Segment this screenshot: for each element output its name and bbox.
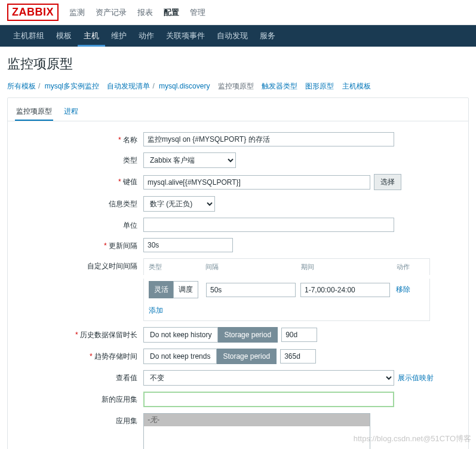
label-update-interval: 更新间隔 — [109, 242, 137, 250]
subnav-services[interactable]: 服务 — [254, 25, 281, 47]
interval-add-link[interactable]: 添加 — [149, 306, 163, 314]
applications-none-option[interactable]: -无- — [144, 414, 370, 426]
bc-graph-prototypes[interactable]: 图形原型 — [305, 82, 334, 90]
label-trends: 趋势存储时间 — [94, 352, 137, 361]
label-applications: 应用集 — [116, 417, 137, 425]
topnav-administration[interactable]: 管理 — [189, 1, 207, 24]
name-input[interactable] — [143, 132, 394, 146]
label-custom-intervals: 自定义时间间隔 — [87, 262, 137, 270]
interval-type-flexible[interactable]: 灵活 — [149, 281, 173, 298]
interval-remove-link[interactable]: 移除 — [396, 285, 410, 295]
topnav-inventory[interactable]: 资产记录 — [94, 1, 128, 24]
trends-storage-period-button[interactable]: Storage period — [217, 349, 277, 364]
units-input[interactable] — [143, 218, 394, 232]
show-value-mappings-link[interactable]: 展示值映射 — [398, 373, 434, 383]
bc-item-prototypes: 监控项原型 — [218, 82, 254, 90]
top-nav: 监测 资产记录 报表 配置 管理 — [68, 1, 207, 24]
key-select-button[interactable]: 选择 — [374, 174, 401, 190]
watermark: https://blog.csdn.net@51CTO博客 — [354, 433, 471, 444]
sub-nav: 主机群组 模板 主机 维护 动作 关联项事件 自动发现 服务 — [0, 25, 476, 47]
interval-type-scheduling[interactable]: 调度 — [173, 281, 198, 298]
subnav-eventcorrelation[interactable]: 关联项事件 — [160, 25, 211, 47]
label-name: 名称 — [123, 136, 137, 144]
new-application-input[interactable] — [143, 392, 394, 407]
panel-tabs: 监控项原型 进程 — [8, 98, 468, 121]
trends-no-keep-button[interactable]: Do not keep trends — [143, 349, 217, 364]
history-no-keep-button[interactable]: Do not keep history — [143, 327, 218, 343]
tab-item-prototype[interactable]: 监控项原型 — [15, 103, 53, 121]
key-input[interactable] — [143, 175, 370, 190]
label-type: 类型 — [123, 156, 137, 164]
history-value-input[interactable] — [281, 328, 317, 342]
topnav-monitoring[interactable]: 监测 — [68, 1, 86, 24]
update-interval-input[interactable] — [143, 238, 233, 252]
bc-mysql-discovery[interactable]: mysql.discovery — [159, 82, 210, 90]
subnav-discovery[interactable]: 自动发现 — [211, 25, 254, 47]
th-period: 期间 — [301, 262, 397, 271]
interval-period-input[interactable] — [300, 283, 390, 297]
type-select[interactable]: Zabbix 客户端 — [143, 152, 236, 168]
th-action: 动作 — [397, 262, 425, 271]
breadcrumb: 所有模板/ mysql多实例监控 自动发现清单/ mysql.discovery… — [0, 79, 476, 97]
th-interval: 间隔 — [205, 262, 301, 271]
trends-value-input[interactable] — [280, 349, 316, 364]
label-history: 历史数据保留时长 — [80, 331, 137, 339]
history-storage-period-button[interactable]: Storage period — [218, 327, 278, 343]
subnav-actions[interactable]: 动作 — [133, 25, 160, 47]
interval-delay-input[interactable] — [206, 283, 296, 297]
tab-preprocessing[interactable]: 进程 — [63, 103, 79, 121]
bc-discovery-list[interactable]: 自动发现清单 — [107, 82, 150, 90]
subnav-hosts[interactable]: 主机 — [78, 25, 105, 47]
label-show-value: 查看值 — [116, 374, 137, 382]
label-new-application: 新的应用集 — [102, 395, 137, 404]
label-info-type: 信息类型 — [109, 200, 137, 208]
label-units: 单位 — [123, 221, 137, 230]
info-type-select[interactable]: 数字 (无正负) — [143, 196, 215, 212]
subnav-templates[interactable]: 模板 — [50, 25, 78, 47]
th-type: 类型 — [149, 262, 205, 271]
page-title: 监控项原型 — [0, 47, 476, 79]
bc-mysql-template[interactable]: mysql多实例监控 — [45, 82, 99, 90]
bc-trigger-prototypes[interactable]: 触发器类型 — [262, 82, 297, 90]
topnav-reports[interactable]: 报表 — [136, 1, 154, 24]
subnav-hostgroups[interactable]: 主机群组 — [7, 25, 50, 47]
topnav-configuration[interactable]: 配置 — [162, 1, 180, 24]
label-key: 键值 — [123, 178, 137, 186]
bc-all-templates[interactable]: 所有模板 — [7, 82, 36, 90]
subnav-maintenance[interactable]: 维护 — [105, 25, 133, 47]
bc-host-templates[interactable]: 主机模板 — [342, 82, 371, 90]
show-value-select[interactable]: 不变 — [143, 370, 394, 386]
applications-select[interactable]: -无- — [143, 413, 370, 449]
logo: ZABBIX — [7, 4, 59, 21]
